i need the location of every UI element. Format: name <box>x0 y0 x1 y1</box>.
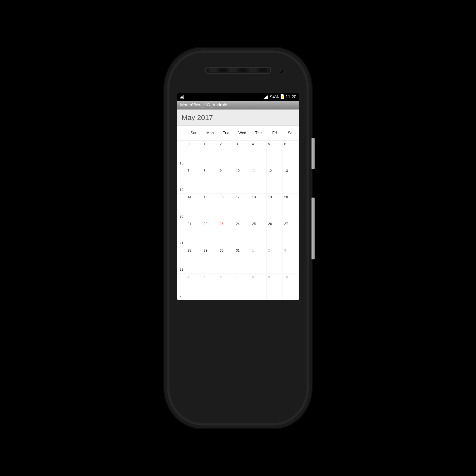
day-cell[interactable]: 14 <box>186 194 202 220</box>
day-cell[interactable]: 18 <box>250 194 267 220</box>
day-cell[interactable]: 24 <box>234 221 250 247</box>
device-screen: 94% 11:20 MonthView_UG_Android May 2017 … <box>177 93 299 300</box>
day-cell[interactable]: 25 <box>250 221 267 247</box>
day-cell[interactable]: 27 <box>283 221 299 247</box>
day-cell[interactable]: 9 <box>267 273 283 300</box>
phone-frame: 94% 11:20 MonthView_UG_Android May 2017 … <box>164 48 312 428</box>
day-cell[interactable]: 13 <box>283 167 299 194</box>
clock-label: 11:20 <box>286 95 296 100</box>
week-row: 1830123456 <box>177 140 299 167</box>
day-header: Thu <box>250 131 267 135</box>
day-cell[interactable]: 16 <box>218 194 234 220</box>
day-cell[interactable]: 5 <box>202 273 218 300</box>
calendar-weeks: 1830123456197891011121320141516171819202… <box>177 140 299 300</box>
day-cell[interactable]: 4 <box>250 141 267 167</box>
day-header: Fri <box>267 131 283 135</box>
day-cell[interactable]: 3 <box>234 141 250 167</box>
app-title-bar: MonthView_UG_Android <box>177 101 299 109</box>
day-cell[interactable]: 28 <box>186 247 202 273</box>
week-number: 23 <box>177 273 186 300</box>
day-cell[interactable]: 1 <box>250 247 267 273</box>
week-row: 2014151617181920 <box>177 193 299 220</box>
day-cell[interactable]: 23 <box>218 221 234 247</box>
week-row: 2121222324252627 <box>177 220 299 247</box>
week-row: 2345678910 <box>177 273 299 300</box>
day-cell[interactable]: 7 <box>186 167 202 194</box>
app-title: MonthView_UG_Android <box>180 102 227 108</box>
day-cell[interactable]: 21 <box>186 221 202 247</box>
day-cell[interactable]: 22 <box>202 221 218 247</box>
week-number: 21 <box>177 221 186 247</box>
day-cell[interactable]: 29 <box>202 247 218 273</box>
day-header: Sun <box>186 131 202 135</box>
day-cell[interactable]: 10 <box>234 167 250 194</box>
battery-percent-label: 94% <box>270 95 279 100</box>
day-cell[interactable]: 17 <box>234 194 250 220</box>
month-title: May 2017 <box>182 114 213 122</box>
volume-up-button[interactable] <box>311 138 315 169</box>
week-row: 2228293031123 <box>177 247 299 273</box>
day-cell[interactable]: 30 <box>218 247 234 273</box>
week-number: 19 <box>177 167 186 194</box>
day-cell[interactable]: 19 <box>267 194 283 220</box>
day-cell[interactable]: 26 <box>267 221 283 247</box>
day-cell[interactable]: 8 <box>202 167 218 194</box>
day-header: Wed <box>234 131 250 135</box>
day-cell[interactable]: 11 <box>250 167 267 194</box>
day-cell[interactable]: 12 <box>267 167 283 194</box>
front-camera <box>279 69 283 73</box>
week-number: 18 <box>177 141 186 167</box>
day-cell[interactable]: 5 <box>267 141 283 167</box>
day-cell[interactable]: 7 <box>234 273 250 300</box>
day-cell[interactable]: 2 <box>267 247 283 273</box>
day-cell[interactable]: 4 <box>186 273 202 300</box>
day-header: Tue <box>218 131 234 135</box>
notification-image-icon <box>180 95 184 99</box>
day-cell[interactable]: 10 <box>283 273 299 300</box>
day-header: Mon <box>202 131 218 135</box>
calendar-month-view[interactable]: Sun Mon Tue Wed Thu Fri Sat 183012345619… <box>177 126 299 300</box>
day-cell[interactable]: 6 <box>218 273 234 300</box>
day-cell[interactable]: 9 <box>218 167 234 194</box>
day-cell[interactable]: 15 <box>202 194 218 220</box>
day-cell[interactable]: 30 <box>186 141 202 167</box>
day-header: Sat <box>283 131 299 135</box>
week-row: 1978910111213 <box>177 167 299 194</box>
volume-down-button[interactable] <box>311 198 315 259</box>
status-bar: 94% 11:20 <box>177 93 299 101</box>
day-cell[interactable]: 2 <box>218 141 234 167</box>
day-cell[interactable]: 31 <box>234 247 250 273</box>
day-cell[interactable]: 1 <box>202 141 218 167</box>
day-cell[interactable]: 6 <box>283 141 299 167</box>
earpiece-speaker <box>206 68 270 73</box>
cell-signal-icon <box>263 95 268 99</box>
day-cell[interactable]: 3 <box>283 247 299 273</box>
week-number: 20 <box>177 194 186 220</box>
day-cell[interactable]: 8 <box>250 273 267 300</box>
day-cell[interactable]: 20 <box>283 194 299 220</box>
month-header[interactable]: May 2017 <box>177 109 299 126</box>
day-header-row: Sun Mon Tue Wed Thu Fri Sat <box>177 126 299 140</box>
battery-charging-icon <box>281 95 284 99</box>
week-number: 22 <box>177 247 186 273</box>
